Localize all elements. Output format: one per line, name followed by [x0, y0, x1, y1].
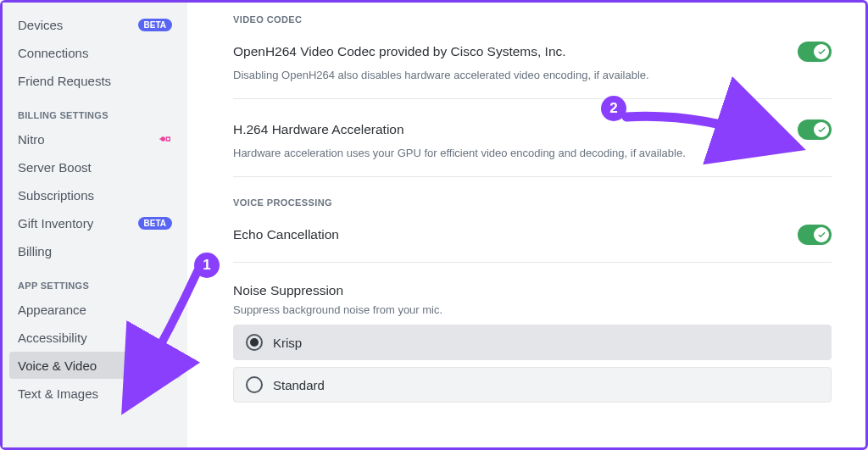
sidebar-item-label: Server Boost — [18, 160, 92, 175]
noise-suppression-desc: Suppress background noise from your mic. — [233, 303, 832, 316]
setting-openh264: OpenH264 Video Codec provided by Cisco S… — [233, 42, 832, 81]
check-icon — [814, 227, 829, 242]
sidebar-item-label: Voice & Video — [18, 358, 97, 373]
divider — [233, 98, 832, 99]
sidebar-item-label: Billing — [18, 244, 52, 258]
sidebar-item-label: Gift Inventory — [18, 216, 93, 231]
beta-badge: BETA — [138, 217, 172, 230]
sidebar-item-connections[interactable]: Connections — [9, 39, 181, 66]
sidebar-item-server-boost[interactable]: Server Boost — [9, 153, 181, 181]
sidebar-item-devices[interactable]: Devices BETA — [9, 11, 181, 38]
setting-echo-cancel: Echo Cancellation — [233, 225, 832, 245]
section-header-voice-processing: VOICE PROCESSING — [233, 197, 832, 208]
check-icon — [814, 122, 829, 137]
setting-desc: Disabling OpenH264 also disables hardwar… — [233, 69, 832, 81]
radio-selected-icon — [246, 334, 263, 351]
sidebar-item-label: Friend Requests — [18, 74, 111, 88]
settings-content: VIDEO CODEC OpenH264 Video Codec provide… — [187, 3, 865, 447]
sidebar-item-label: Subscriptions — [18, 188, 94, 203]
radio-label: Standard — [273, 378, 325, 392]
sidebar-item-label: Nitro — [18, 132, 45, 147]
beta-badge: BETA — [138, 19, 172, 31]
noise-suppression-title: Noise Suppression — [233, 283, 832, 298]
sidebar-item-label: Accessibility — [18, 331, 87, 345]
sidebar-item-nitro[interactable]: Nitro — [9, 125, 181, 153]
annotation-arrow-2 — [618, 104, 787, 158]
sidebar-item-label: Devices — [18, 18, 63, 32]
setting-title: Echo Cancellation — [233, 227, 339, 242]
setting-title: OpenH264 Video Codec provided by Cisco S… — [233, 44, 566, 59]
sidebar-item-label: Appearance — [18, 303, 86, 317]
toggle-openh264[interactable] — [798, 42, 832, 62]
divider — [233, 176, 832, 177]
toggle-hwaccel[interactable] — [798, 119, 832, 140]
sidebar-header-billing: BILLING SETTINGS — [9, 95, 181, 125]
nitro-icon — [159, 132, 172, 146]
radio-unselected-icon — [246, 376, 263, 393]
radio-standard[interactable]: Standard — [233, 367, 832, 403]
sidebar-item-label: Text & Images — [18, 386, 98, 401]
divider — [233, 262, 832, 263]
noise-suppression-radio-group: Krisp Standard — [233, 325, 832, 403]
sidebar-item-friend-requests[interactable]: Friend Requests — [9, 67, 181, 94]
sidebar-item-label: Connections — [18, 46, 88, 60]
radio-label: Krisp — [273, 336, 302, 350]
annotation-step-1: 1 — [194, 253, 220, 278]
annotation-step-2: 2 — [601, 96, 626, 121]
radio-krisp[interactable]: Krisp — [233, 325, 832, 360]
toggle-echo-cancel[interactable] — [798, 225, 832, 245]
sidebar-item-subscriptions[interactable]: Subscriptions — [9, 181, 181, 208]
check-icon — [814, 44, 829, 59]
sidebar-item-billing[interactable]: Billing — [9, 237, 181, 264]
annotation-arrow-1 — [113, 267, 223, 406]
setting-title: H.264 Hardware Acceleration — [233, 122, 404, 137]
sidebar-item-gift-inventory[interactable]: Gift Inventory BETA — [9, 209, 181, 236]
section-header-video-codec: VIDEO CODEC — [233, 14, 832, 25]
